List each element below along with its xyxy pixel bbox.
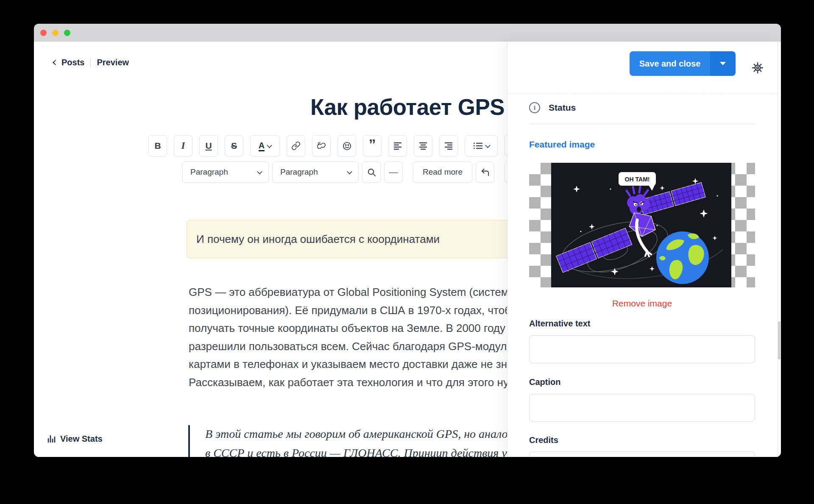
save-options-dropdown-button[interactable] — [710, 51, 736, 76]
chevron-left-icon — [53, 60, 58, 65]
paragraph-style-dropdown[interactable]: Paragraph — [182, 162, 269, 183]
strikethrough-button[interactable]: S — [225, 135, 243, 156]
chevron-down-icon — [267, 142, 272, 148]
link-icon — [291, 141, 301, 150]
format-toolbar-row2: Paragraph Paragraph — Read more — [182, 162, 523, 183]
paragraph-format-dropdown[interactable]: Paragraph — [272, 162, 359, 183]
speech-bubble-text: ОН ТАМ! — [625, 176, 650, 183]
strikethrough-icon: S — [231, 141, 237, 151]
triangle-down-icon — [720, 62, 726, 65]
search-button[interactable] — [362, 162, 381, 183]
blockquote-button[interactable]: ” — [363, 135, 382, 156]
undo-button[interactable] — [476, 162, 494, 183]
read-more-label: Read more — [423, 167, 463, 177]
quote-icon: ” — [369, 142, 376, 150]
underline-button[interactable]: U — [199, 135, 218, 156]
horizontal-rule-icon: — — [389, 167, 398, 177]
read-more-button[interactable]: Read more — [413, 162, 472, 183]
text-color-icon: A — [259, 141, 265, 151]
scrollbar-thumb[interactable] — [778, 321, 781, 359]
insert-link-button[interactable] — [287, 135, 305, 156]
text-color-button[interactable]: A — [250, 135, 280, 156]
align-left-button[interactable] — [388, 135, 407, 156]
bold-button[interactable]: B — [148, 135, 167, 156]
alternative-text-label: Alternative text — [529, 319, 591, 329]
italic-icon: I — [181, 140, 185, 151]
sidebar-section-divider — [507, 94, 778, 94]
credits-input[interactable] — [529, 451, 755, 457]
italic-button[interactable]: I — [174, 135, 192, 156]
view-stats-button[interactable]: View Stats — [47, 434, 103, 444]
blockquote-bar — [188, 425, 190, 457]
posts-link-label: Posts — [61, 58, 84, 67]
credits-label: Credits — [529, 435, 558, 445]
bar-chart-icon — [47, 434, 56, 444]
sidebar-scrollbar[interactable] — [778, 42, 781, 457]
bullet-list-button[interactable] — [465, 135, 498, 156]
zoom-window-button[interactable] — [64, 30, 70, 36]
status-row[interactable]: i Status — [529, 102, 576, 113]
caption-input[interactable] — [529, 394, 755, 422]
featured-image-preview[interactable]: ОН ТАМ! — [529, 163, 755, 287]
info-icon: i — [529, 102, 540, 113]
minimize-window-button[interactable] — [52, 30, 59, 36]
close-window-button[interactable] — [40, 30, 47, 36]
window-titlebar[interactable] — [34, 24, 781, 42]
breadcrumb-divider — [90, 58, 91, 67]
search-icon — [367, 167, 376, 177]
format-toolbar-row1: B I U S A — [148, 135, 523, 156]
divider — [529, 124, 755, 124]
back-to-posts-link[interactable]: Posts — [53, 58, 84, 67]
align-center-button[interactable] — [414, 135, 432, 156]
align-center-icon — [418, 141, 428, 150]
save-and-close-button[interactable]: Save and close — [630, 51, 710, 76]
save-split-button: Save and close — [630, 51, 736, 76]
emoji-button[interactable] — [337, 135, 356, 156]
bullet-list-icon — [473, 141, 483, 150]
chevron-down-icon — [257, 169, 262, 174]
undo-icon — [480, 167, 490, 177]
remove-link-button[interactable] — [312, 135, 331, 156]
align-right-icon — [444, 141, 453, 150]
alternative-text-input[interactable] — [529, 335, 755, 363]
align-right-button[interactable] — [439, 135, 458, 156]
paragraph-style-value: Paragraph — [190, 167, 228, 177]
smiley-icon — [342, 141, 352, 151]
caption-label: Caption — [529, 377, 560, 387]
horizontal-rule-button[interactable]: — — [384, 162, 403, 183]
view-stats-label: View Stats — [60, 434, 103, 444]
post-settings-sidebar: Save and close — [507, 42, 781, 457]
bold-icon: B — [154, 141, 161, 151]
settings-button[interactable] — [751, 61, 764, 75]
gear-icon — [751, 61, 764, 75]
featured-image-link[interactable]: Featured image — [529, 139, 595, 150]
satellite-illustration: ОН ТАМ! — [551, 163, 731, 287]
chevron-down-icon — [485, 142, 491, 148]
preview-link[interactable]: Preview — [97, 58, 129, 67]
subtitle-callout-text: И почему он иногда ошибается с координат… — [196, 233, 440, 246]
align-left-icon — [393, 141, 402, 150]
app-window: Posts Preview Как работает GPS B I U S A — [34, 24, 781, 457]
breadcrumb: Posts Preview — [53, 57, 129, 68]
chevron-down-icon — [347, 169, 352, 174]
screen-background: Posts Preview Как работает GPS B I U S A — [0, 0, 814, 504]
underline-icon: U — [205, 141, 212, 151]
paragraph-format-value: Paragraph — [280, 167, 318, 177]
remove-image-link[interactable]: Remove image — [529, 298, 755, 309]
unlink-icon — [317, 141, 326, 150]
status-label: Status — [549, 103, 576, 113]
